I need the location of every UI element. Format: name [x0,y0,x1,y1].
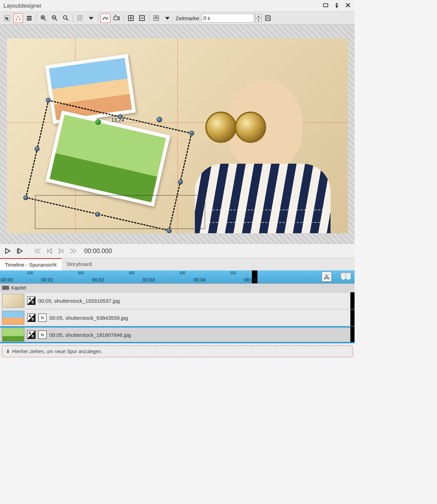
window-close-icon[interactable] [345,2,351,9]
ruler-minor: 500 [78,271,84,275]
svg-rect-6 [27,16,32,17]
playback-bar: 00:00.000 [0,244,355,258]
save-icon[interactable] [263,13,273,23]
zoom-fit-icon[interactable] [61,13,71,23]
svg-rect-19 [267,18,269,21]
play-from-icon[interactable] [15,247,24,255]
layout-canvas[interactable]: 13,24 ° [7,39,348,233]
selection-bounds-original [35,195,205,229]
next-frame-icon[interactable] [57,247,65,255]
ruler-minor: 500 [180,271,185,275]
transition-badge-icon[interactable]: AB [27,314,35,322]
track-row-selected[interactable]: AB fx 00:05, shutterstock_181807646.jpg [0,326,355,343]
svg-point-11 [63,16,67,19]
ruler-label: 00:03 [143,277,155,283]
forward-icon[interactable] [69,247,77,255]
svg-rect-15 [154,16,156,18]
svg-rect-7 [27,18,32,19]
resize-handle[interactable] [34,146,40,152]
track-row[interactable]: AB fx 00:05, shutterstock_93843559.jpg [0,309,355,326]
clip-label: 00:05, shutterstock_181807646.jpg [49,332,131,338]
svg-rect-16 [157,16,159,18]
clip-thumbnail[interactable] [2,294,24,308]
path-tool-icon[interactable] [13,13,23,23]
new-track-drop-zone[interactable]: ⬇ Hierher ziehen, um neue Spur anzulegen… [2,346,352,357]
svg-rect-17 [154,18,159,21]
timeline-tracks: Kapitel AB 00:05, shutterstock_193310537… [0,284,355,357]
ruler-minor: 500 [230,271,236,275]
ruler-label: 00:00 [1,277,13,283]
clip-end-handle[interactable] [350,292,355,309]
fx-badge-icon[interactable]: fx [38,314,47,322]
svg-rect-8 [27,19,32,21]
clip-label: 00:05, shutterstock_193310537.jpg [38,298,120,304]
keyframe-remove-icon[interactable] [137,13,147,23]
rotation-center-handle[interactable] [95,119,101,125]
titlebar: Layoutdesigner [0,0,355,12]
cut-icon[interactable] [322,272,332,282]
prev-frame-icon[interactable] [45,247,54,255]
rotation-handle[interactable] [157,117,162,122]
chapter-handle-icon[interactable] [2,286,9,290]
svg-rect-0 [324,4,328,7]
select-tool-icon[interactable] [2,13,12,23]
rewind-icon[interactable] [33,247,42,255]
keyframe-add-icon[interactable] [126,13,136,23]
motion-path-icon[interactable] [101,13,110,23]
clip-end-handle[interactable] [350,309,355,326]
align-dropdown-icon[interactable] [162,13,172,23]
list-tool-icon[interactable] [24,13,34,23]
resize-handle[interactable] [23,195,29,201]
clip-thumbnail[interactable] [2,311,24,325]
clip-label: 00:05, shutterstock_93843559.jpg [49,315,128,321]
canvas-area: 13,24 ° [0,25,355,244]
transition-badge-icon[interactable]: AB [27,331,35,339]
rotation-angle-label: 13,24 ° [111,117,128,123]
ruler-minor: 500 [129,271,135,275]
tab-storyboard[interactable]: Storyboard [62,258,97,270]
transition-badge-icon[interactable]: AB [27,296,35,305]
zoom-out-icon[interactable] [50,13,59,23]
chapter-label: Kapitel [11,285,26,291]
timeline-ruler[interactable]: 00:00 500 00:01 500 00:02 500 00:03 500 … [0,270,355,284]
zoom-in-icon[interactable] [39,13,48,23]
chapter-header[interactable]: Kapitel [0,284,355,292]
ruler-label: 00:04 [193,277,206,283]
tab-timeline[interactable]: Timeline - Spuransicht [0,258,62,270]
window-pin-icon[interactable] [334,2,340,9]
clip-end-handle[interactable] [350,326,355,343]
zeitmarke-label: Zeitmarke: [176,15,200,21]
zeitmarke-down-icon[interactable]: ▼ [255,18,262,22]
overlay-placeholder [205,210,324,223]
play-icon[interactable] [3,247,12,255]
ruler-label: 00:02 [92,277,104,283]
track-row[interactable]: AB 00:05, shutterstock_193310537.jpg [0,292,355,309]
window-title: Layoutdesigner [3,3,41,9]
camera-add-icon[interactable] [112,13,121,23]
fx-badge-icon[interactable]: fx [38,331,47,339]
window-restore-icon[interactable] [323,2,329,9]
drop-hint-label: Hierher ziehen, um neue Spur anzulegen. [12,349,102,354]
arrow-down-icon: ⬇ [6,349,10,354]
layout-toolbar: Zeitmarke: ▲ ▼ [0,12,355,25]
grid-dropdown-icon[interactable] [86,13,96,23]
zeitmarke-up-icon[interactable]: ▲ [255,14,262,18]
view-tabs: Timeline - Spuransicht Storyboard [0,258,355,270]
grid-icon[interactable] [75,13,85,23]
ruler-minor: 500 [27,271,33,275]
svg-rect-12 [114,17,118,20]
clip-thumbnail[interactable] [2,328,24,342]
ruler-label: 00:01 [41,277,53,283]
ruler-label: 00:05 [244,277,256,283]
background-photo-subject [188,66,334,233]
zeitmarke-input[interactable] [202,14,254,23]
resize-handle[interactable] [177,179,183,185]
range-markers[interactable] [341,273,350,280]
playback-time: 00:00.000 [84,247,112,255]
align-tool-icon[interactable] [151,13,161,23]
